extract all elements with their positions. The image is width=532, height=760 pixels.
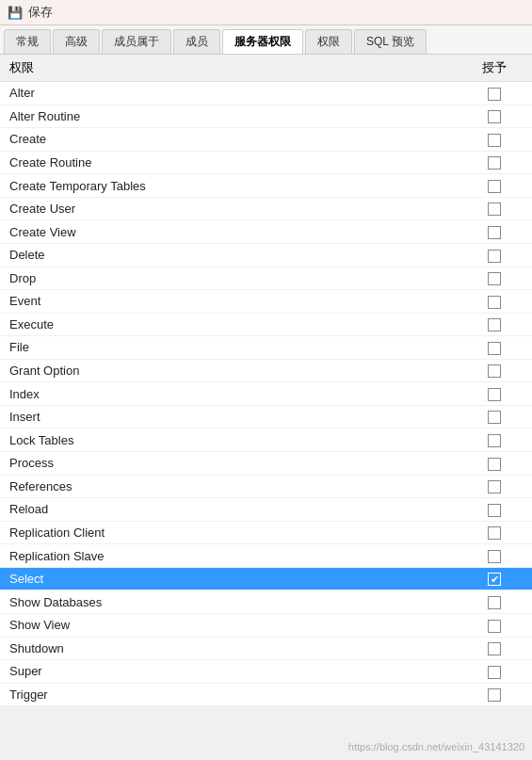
privilege-checkbox-cell[interactable] xyxy=(457,359,532,382)
checkbox-unchecked[interactable] xyxy=(488,110,501,123)
privilege-checkbox-cell[interactable] xyxy=(457,174,532,198)
privilege-name: Alter xyxy=(0,82,457,105)
privilege-checkbox-cell[interactable] xyxy=(457,151,532,174)
checkbox-unchecked[interactable] xyxy=(488,388,501,401)
checkbox-unchecked[interactable] xyxy=(488,250,501,263)
privilege-checkbox-cell[interactable] xyxy=(457,660,532,684)
checkbox-unchecked[interactable] xyxy=(488,156,501,170)
tab-privs[interactable]: 权限 xyxy=(305,29,352,54)
privilege-checkbox-cell[interactable] xyxy=(457,405,532,429)
privilege-name: Insert xyxy=(0,405,457,429)
checkbox-unchecked[interactable] xyxy=(488,504,501,517)
table-row[interactable]: Insert xyxy=(0,405,532,429)
privilege-checkbox-cell[interactable] xyxy=(457,243,532,267)
top-bar: 💾 保存 xyxy=(0,0,532,25)
tab-normal[interactable]: 常规 xyxy=(4,29,51,54)
table-row[interactable]: Reload xyxy=(0,498,532,522)
table-row[interactable]: Replication Client xyxy=(0,521,532,544)
privilege-checkbox-cell[interactable] xyxy=(457,220,532,244)
privilege-checkbox-cell[interactable]: ✔ xyxy=(457,567,532,590)
table-row[interactable]: Create Temporary Tables xyxy=(0,174,532,198)
privilege-checkbox-cell[interactable] xyxy=(457,336,532,360)
privilege-checkbox-cell[interactable] xyxy=(457,128,532,152)
checkbox-unchecked[interactable] xyxy=(488,180,501,193)
table-row[interactable]: Create Routine xyxy=(0,151,532,174)
tab-sql-preview[interactable]: SQL 预览 xyxy=(354,29,427,54)
table-row[interactable]: Drop xyxy=(0,267,532,290)
checkbox-unchecked[interactable] xyxy=(488,296,501,309)
privilege-name: Index xyxy=(0,382,457,406)
checkbox-checked[interactable]: ✔ xyxy=(488,573,501,586)
tab-server-privs[interactable]: 服务器权限 xyxy=(222,29,303,54)
checkbox-unchecked[interactable] xyxy=(488,550,501,563)
table-row[interactable]: Alter Routine xyxy=(0,105,532,128)
table-row[interactable]: File xyxy=(0,336,532,360)
tab-member-of[interactable]: 成员属于 xyxy=(102,29,171,54)
table-row[interactable]: Create xyxy=(0,128,532,152)
privilege-checkbox-cell[interactable] xyxy=(457,521,532,544)
privilege-checkbox-cell[interactable] xyxy=(457,683,532,706)
privilege-checkbox-cell[interactable] xyxy=(457,267,532,290)
checkbox-unchecked[interactable] xyxy=(488,272,501,285)
table-row[interactable]: Lock Tables xyxy=(0,429,532,452)
checkbox-unchecked[interactable] xyxy=(488,480,501,493)
table-row[interactable]: Shutdown xyxy=(0,637,532,660)
checkbox-unchecked[interactable] xyxy=(488,411,501,424)
table-row[interactable]: Process xyxy=(0,452,532,476)
checkbox-unchecked[interactable] xyxy=(488,318,501,331)
privilege-checkbox-cell[interactable] xyxy=(457,290,532,314)
checkbox-unchecked[interactable] xyxy=(488,642,501,655)
checkbox-unchecked[interactable] xyxy=(488,526,501,540)
privilege-checkbox-cell[interactable] xyxy=(457,637,532,660)
table-row[interactable]: Grant Option xyxy=(0,359,532,382)
privilege-checkbox-cell[interactable] xyxy=(457,382,532,406)
tab-advanced[interactable]: 高级 xyxy=(53,29,100,54)
checkbox-unchecked[interactable] xyxy=(488,596,501,609)
table-row[interactable]: Create View xyxy=(0,220,532,244)
table-row[interactable]: Super xyxy=(0,660,532,684)
table-row[interactable]: Create User xyxy=(0,197,532,220)
table-row[interactable]: Alter xyxy=(0,82,532,105)
tab-bar: 常规 高级 成员属于 成员 服务器权限 权限 SQL 预览 xyxy=(0,25,532,55)
checkbox-unchecked[interactable] xyxy=(488,620,501,633)
table-row[interactable]: Execute xyxy=(0,313,532,336)
privilege-checkbox-cell[interactable] xyxy=(457,475,532,498)
checkbox-unchecked[interactable] xyxy=(488,88,501,101)
checkbox-unchecked[interactable] xyxy=(488,688,501,702)
table-row[interactable]: Event xyxy=(0,290,532,314)
privilege-checkbox-cell[interactable] xyxy=(457,313,532,336)
privilege-checkbox-cell[interactable] xyxy=(457,544,532,568)
checkbox-unchecked[interactable] xyxy=(488,364,501,378)
privilege-checkbox-cell[interactable] xyxy=(457,429,532,452)
table-row[interactable]: References xyxy=(0,475,532,498)
table-row[interactable]: Select✔ xyxy=(0,567,532,590)
checkbox-unchecked[interactable] xyxy=(488,342,501,355)
privilege-checkbox-cell[interactable] xyxy=(457,105,532,128)
privilege-checkbox-cell[interactable] xyxy=(457,452,532,476)
privilege-checkbox-cell[interactable] xyxy=(457,613,532,637)
checkbox-unchecked[interactable] xyxy=(488,458,501,471)
checkbox-unchecked[interactable] xyxy=(488,666,501,679)
checkbox-unchecked[interactable] xyxy=(488,226,501,239)
privilege-name: Create Temporary Tables xyxy=(0,174,457,198)
privilege-name: Create User xyxy=(0,197,457,220)
table-row[interactable]: Index xyxy=(0,382,532,406)
table-row[interactable]: Replication Slave xyxy=(0,544,532,568)
privileges-table: 权限 授予 AlterAlter RoutineCreateCreate Rou… xyxy=(0,55,532,706)
privilege-checkbox-cell[interactable] xyxy=(457,82,532,105)
privilege-name: Replication Slave xyxy=(0,544,457,568)
table-row[interactable]: Delete xyxy=(0,243,532,267)
privilege-name: Shutdown xyxy=(0,637,457,660)
privilege-checkbox-cell[interactable] xyxy=(457,590,532,614)
table-row[interactable]: Show View xyxy=(0,613,532,637)
tab-members[interactable]: 成员 xyxy=(173,29,220,54)
table-row[interactable]: Show Databases xyxy=(0,590,532,614)
checkbox-unchecked[interactable] xyxy=(488,434,501,447)
col-header-grant: 授予 xyxy=(457,55,532,82)
checkbox-unchecked[interactable] xyxy=(488,202,501,216)
privilege-checkbox-cell[interactable] xyxy=(457,197,532,220)
privilege-checkbox-cell[interactable] xyxy=(457,498,532,522)
privilege-name: Select xyxy=(0,567,457,590)
checkbox-unchecked[interactable] xyxy=(488,134,501,147)
table-row[interactable]: Trigger xyxy=(0,683,532,706)
